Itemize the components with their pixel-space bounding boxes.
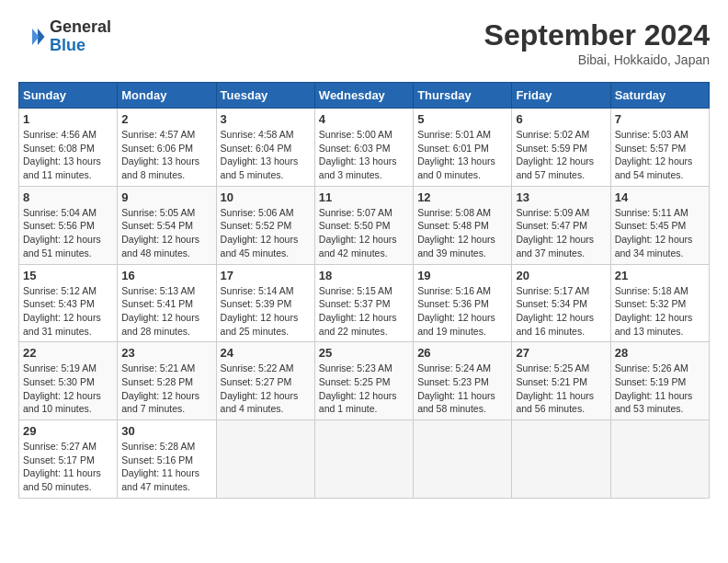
calendar-day-cell: 23Sunrise: 5:21 AMSunset: 5:28 PMDayligh… bbox=[118, 342, 216, 420]
day-info: Sunrise: 5:23 AMSunset: 5:25 PMDaylight:… bbox=[319, 362, 409, 416]
day-number: 19 bbox=[417, 269, 507, 282]
calendar-day-cell: 7Sunrise: 5:03 AMSunset: 5:57 PMDaylight… bbox=[610, 109, 709, 187]
day-number: 1 bbox=[23, 112, 113, 126]
calendar-day-cell: 1Sunrise: 4:56 AMSunset: 6:08 PMDaylight… bbox=[19, 109, 118, 187]
calendar-day-cell: 20Sunrise: 5:17 AMSunset: 5:34 PMDayligh… bbox=[512, 264, 610, 342]
day-of-week-header: Tuesday bbox=[216, 83, 314, 109]
day-number: 27 bbox=[516, 346, 606, 360]
day-info: Sunrise: 5:07 AMSunset: 5:50 PMDaylight:… bbox=[319, 206, 409, 260]
day-of-week-header: Saturday bbox=[610, 83, 709, 109]
calendar-day-cell: 26Sunrise: 5:24 AMSunset: 5:23 PMDayligh… bbox=[414, 342, 512, 420]
day-number: 21 bbox=[615, 269, 705, 282]
calendar-day-cell bbox=[314, 420, 413, 499]
day-number: 7 bbox=[615, 112, 705, 126]
day-number: 22 bbox=[23, 346, 113, 360]
day-number: 2 bbox=[121, 112, 211, 126]
calendar-day-cell bbox=[512, 420, 610, 499]
calendar-day-cell: 9Sunrise: 5:05 AMSunset: 5:54 PMDaylight… bbox=[118, 186, 216, 264]
calendar-day-cell: 13Sunrise: 5:09 AMSunset: 5:47 PMDayligh… bbox=[512, 186, 610, 264]
day-info: Sunrise: 5:28 AMSunset: 5:16 PMDaylight:… bbox=[121, 440, 211, 494]
day-info: Sunrise: 5:27 AMSunset: 5:17 PMDaylight:… bbox=[23, 440, 113, 494]
day-number: 28 bbox=[615, 346, 705, 360]
logo: General Blue bbox=[18, 18, 111, 55]
calendar-day-cell: 10Sunrise: 5:06 AMSunset: 5:52 PMDayligh… bbox=[216, 186, 314, 264]
day-info: Sunrise: 5:24 AMSunset: 5:23 PMDaylight:… bbox=[417, 362, 507, 416]
day-info: Sunrise: 5:09 AMSunset: 5:47 PMDaylight:… bbox=[516, 206, 606, 260]
calendar-day-cell bbox=[610, 420, 709, 499]
day-number: 6 bbox=[516, 112, 606, 126]
day-number: 25 bbox=[319, 346, 409, 360]
day-of-week-header: Sunday bbox=[19, 83, 118, 109]
day-info: Sunrise: 4:58 AMSunset: 6:04 PMDaylight:… bbox=[221, 128, 311, 182]
day-info: Sunrise: 5:25 AMSunset: 5:21 PMDaylight:… bbox=[516, 362, 606, 416]
day-info: Sunrise: 5:13 AMSunset: 5:41 PMDaylight:… bbox=[121, 284, 211, 339]
calendar-week-row: 8Sunrise: 5:04 AMSunset: 5:56 PMDaylight… bbox=[19, 186, 710, 264]
day-number: 15 bbox=[23, 269, 113, 282]
calendar-day-cell: 28Sunrise: 5:26 AMSunset: 5:19 PMDayligh… bbox=[610, 342, 709, 420]
day-info: Sunrise: 5:14 AMSunset: 5:39 PMDaylight:… bbox=[221, 284, 311, 339]
day-number: 14 bbox=[615, 190, 705, 204]
day-number: 10 bbox=[221, 190, 311, 204]
day-number: 13 bbox=[516, 190, 606, 204]
calendar-day-cell bbox=[216, 420, 314, 499]
day-number: 17 bbox=[221, 269, 311, 282]
day-number: 9 bbox=[121, 190, 211, 204]
calendar-week-row: 29Sunrise: 5:27 AMSunset: 5:17 PMDayligh… bbox=[19, 420, 710, 499]
day-info: Sunrise: 5:05 AMSunset: 5:54 PMDaylight:… bbox=[121, 206, 211, 260]
day-info: Sunrise: 5:08 AMSunset: 5:48 PMDaylight:… bbox=[417, 206, 507, 260]
calendar-table: SundayMondayTuesdayWednesdayThursdayFrid… bbox=[18, 82, 710, 499]
calendar-day-cell: 3Sunrise: 4:58 AMSunset: 6:04 PMDaylight… bbox=[216, 109, 314, 187]
calendar-week-row: 15Sunrise: 5:12 AMSunset: 5:43 PMDayligh… bbox=[19, 264, 710, 342]
location: Bibai, Hokkaido, Japan bbox=[484, 52, 710, 67]
day-info: Sunrise: 5:21 AMSunset: 5:28 PMDaylight:… bbox=[121, 362, 211, 416]
day-info: Sunrise: 5:17 AMSunset: 5:34 PMDaylight:… bbox=[516, 284, 606, 339]
calendar-header-row: SundayMondayTuesdayWednesdayThursdayFrid… bbox=[19, 83, 710, 109]
day-info: Sunrise: 5:16 AMSunset: 5:36 PMDaylight:… bbox=[417, 284, 507, 339]
calendar-day-cell: 15Sunrise: 5:12 AMSunset: 5:43 PMDayligh… bbox=[19, 264, 118, 342]
calendar-day-cell bbox=[414, 420, 512, 499]
day-of-week-header: Friday bbox=[512, 83, 610, 109]
day-info: Sunrise: 5:06 AMSunset: 5:52 PMDaylight:… bbox=[221, 206, 311, 260]
day-number: 18 bbox=[319, 269, 409, 282]
calendar-day-cell: 16Sunrise: 5:13 AMSunset: 5:41 PMDayligh… bbox=[118, 264, 216, 342]
calendar-week-row: 22Sunrise: 5:19 AMSunset: 5:30 PMDayligh… bbox=[19, 342, 710, 420]
calendar-week-row: 1Sunrise: 4:56 AMSunset: 6:08 PMDaylight… bbox=[19, 109, 710, 187]
day-number: 16 bbox=[121, 269, 211, 282]
calendar-day-cell: 4Sunrise: 5:00 AMSunset: 6:03 PMDaylight… bbox=[314, 109, 413, 187]
day-info: Sunrise: 5:04 AMSunset: 5:56 PMDaylight:… bbox=[23, 206, 113, 260]
calendar-day-cell: 21Sunrise: 5:18 AMSunset: 5:32 PMDayligh… bbox=[610, 264, 709, 342]
day-info: Sunrise: 5:19 AMSunset: 5:30 PMDaylight:… bbox=[23, 362, 113, 416]
page-header: General Blue September 2024 Bibai, Hokka… bbox=[18, 18, 710, 67]
day-number: 12 bbox=[417, 190, 507, 204]
calendar-day-cell: 2Sunrise: 4:57 AMSunset: 6:06 PMDaylight… bbox=[118, 109, 216, 187]
day-number: 24 bbox=[221, 346, 311, 360]
calendar-day-cell: 5Sunrise: 5:01 AMSunset: 6:01 PMDaylight… bbox=[414, 109, 512, 187]
day-info: Sunrise: 4:56 AMSunset: 6:08 PMDaylight:… bbox=[23, 128, 113, 182]
day-info: Sunrise: 5:02 AMSunset: 5:59 PMDaylight:… bbox=[516, 128, 606, 182]
day-info: Sunrise: 5:15 AMSunset: 5:37 PMDaylight:… bbox=[319, 284, 409, 339]
day-number: 5 bbox=[417, 112, 507, 126]
day-number: 23 bbox=[121, 346, 211, 360]
day-info: Sunrise: 5:00 AMSunset: 6:03 PMDaylight:… bbox=[319, 128, 409, 182]
calendar-day-cell: 29Sunrise: 5:27 AMSunset: 5:17 PMDayligh… bbox=[19, 420, 118, 499]
title-block: September 2024 Bibai, Hokkaido, Japan bbox=[484, 18, 710, 67]
day-of-week-header: Wednesday bbox=[314, 83, 413, 109]
calendar-day-cell: 24Sunrise: 5:22 AMSunset: 5:27 PMDayligh… bbox=[216, 342, 314, 420]
logo-icon bbox=[18, 23, 46, 51]
day-info: Sunrise: 5:18 AMSunset: 5:32 PMDaylight:… bbox=[615, 284, 705, 339]
day-number: 8 bbox=[23, 190, 113, 204]
calendar-day-cell: 18Sunrise: 5:15 AMSunset: 5:37 PMDayligh… bbox=[314, 264, 413, 342]
day-of-week-header: Monday bbox=[118, 83, 216, 109]
calendar-day-cell: 8Sunrise: 5:04 AMSunset: 5:56 PMDaylight… bbox=[19, 186, 118, 264]
day-info: Sunrise: 5:26 AMSunset: 5:19 PMDaylight:… bbox=[615, 362, 705, 416]
calendar-day-cell: 11Sunrise: 5:07 AMSunset: 5:50 PMDayligh… bbox=[314, 186, 413, 264]
day-of-week-header: Thursday bbox=[414, 83, 512, 109]
logo-text: General Blue bbox=[50, 18, 111, 55]
day-number: 3 bbox=[221, 112, 311, 126]
day-info: Sunrise: 5:11 AMSunset: 5:45 PMDaylight:… bbox=[615, 206, 705, 260]
calendar-day-cell: 12Sunrise: 5:08 AMSunset: 5:48 PMDayligh… bbox=[414, 186, 512, 264]
day-info: Sunrise: 5:12 AMSunset: 5:43 PMDaylight:… bbox=[23, 284, 113, 339]
calendar-day-cell: 22Sunrise: 5:19 AMSunset: 5:30 PMDayligh… bbox=[19, 342, 118, 420]
calendar-day-cell: 14Sunrise: 5:11 AMSunset: 5:45 PMDayligh… bbox=[610, 186, 709, 264]
day-number: 30 bbox=[121, 424, 211, 438]
